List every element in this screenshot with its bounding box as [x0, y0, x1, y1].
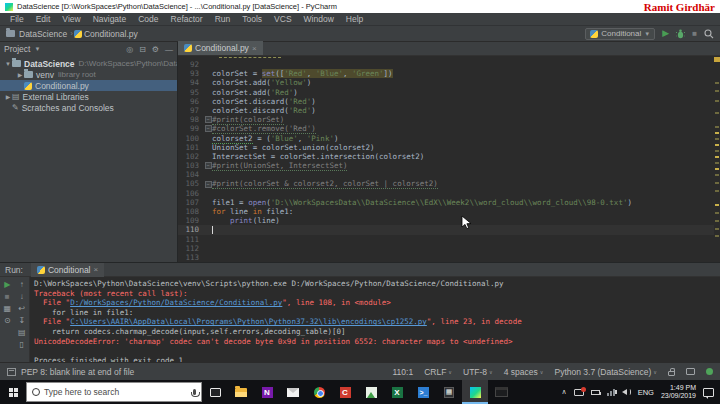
chrome-taskbar-icon[interactable]: [306, 380, 332, 404]
taskbar-search-input[interactable]: Type here to search: [26, 382, 202, 402]
status-crlf[interactable]: CRLF∨: [424, 367, 452, 377]
line-number[interactable]: 111: [178, 235, 204, 244]
collapse-all-icon[interactable]: ⊟: [139, 45, 146, 54]
editor-tab-conditional[interactable]: Conditional.py ×: [178, 41, 263, 55]
status-python-3-7-datascience[interactable]: Python 3.7 (DataScience)∨: [554, 367, 657, 377]
run-console[interactable]: D:\WorkSpaces\Python\DataScience\venv\Sc…: [30, 277, 720, 362]
fold-marker[interactable]: [204, 125, 212, 132]
menu-window[interactable]: Window: [298, 14, 340, 24]
status-4-spaces[interactable]: 4 spaces∨: [504, 367, 544, 377]
mail-taskbar-icon[interactable]: [280, 380, 306, 404]
action-center-icon[interactable]: [703, 388, 714, 397]
menu-code[interactable]: Code: [132, 14, 164, 24]
run-button[interactable]: ▶: [662, 29, 669, 38]
down-stack-trace-icon[interactable]: ↓: [20, 292, 24, 301]
menu-file[interactable]: File: [4, 14, 30, 24]
microphone-icon[interactable]: [193, 389, 196, 395]
excel-taskbar-icon[interactable]: X: [384, 380, 410, 404]
error-stripe[interactable]: [714, 56, 720, 262]
line-number[interactable]: 103: [178, 161, 204, 170]
scroll-to-end-icon[interactable]: ↧: [18, 316, 25, 325]
menu-edit[interactable]: Edit: [30, 14, 57, 24]
line-number[interactable]: 94: [178, 78, 204, 87]
settings-gear-icon[interactable]: ⚙: [152, 45, 159, 54]
search-everywhere-icon[interactable]: [704, 29, 714, 39]
menu-navigate[interactable]: Navigate: [87, 14, 133, 24]
powershell-taskbar-icon[interactable]: >_: [410, 380, 436, 404]
volume-icon[interactable]: [622, 389, 631, 395]
chevron-icon[interactable]: ▼: [4, 61, 12, 67]
line-number[interactable]: 102: [178, 152, 204, 161]
line-number[interactable]: 104: [178, 170, 204, 179]
rerun-icon[interactable]: ▶: [4, 280, 10, 289]
up-stack-trace-icon[interactable]: ↑: [20, 280, 24, 289]
start-button[interactable]: [0, 380, 26, 404]
stop-button[interactable]: ■: [692, 30, 697, 38]
chevron-icon[interactable]: ▶: [4, 93, 12, 100]
line-number[interactable]: 109: [178, 216, 204, 225]
menu-tools[interactable]: Tools: [236, 14, 268, 24]
event-log-indicator[interactable]: [706, 368, 713, 375]
line-number[interactable]: 110: [178, 225, 204, 234]
fold-marker[interactable]: [204, 181, 212, 188]
line-number[interactable]: 108: [178, 207, 204, 216]
tree-item-conditional-py[interactable]: Conditional.py: [0, 80, 177, 91]
pin-tab-icon[interactable]: ⊙: [4, 316, 11, 325]
stack-trace-link[interactable]: C:\Users\AAIR\AppData\Local\Programs\Pyt…: [70, 317, 427, 326]
toolwindow-toggle-icon[interactable]: [7, 368, 16, 376]
explorer-taskbar-icon[interactable]: [228, 380, 254, 404]
line-number[interactable]: 93: [178, 69, 204, 78]
fold-marker[interactable]: [204, 116, 212, 123]
battery-icon[interactable]: [591, 390, 600, 395]
project-panel-header[interactable]: Project ▼ ◎⊟⚙—: [0, 42, 177, 56]
menu-view[interactable]: View: [56, 14, 86, 24]
code-editor[interactable]: 9293colorSet = set(['Red', 'Blue', 'Gree…: [178, 56, 720, 262]
line-number[interactable]: 105: [178, 179, 204, 188]
language-indicator[interactable]: ENG: [638, 388, 654, 397]
stack-trace-link[interactable]: D:/WorkSpaces/Python/DataScience/Conditi…: [70, 298, 282, 307]
screen-reader-icon[interactable]: [686, 368, 695, 375]
debug-button[interactable]: [676, 29, 685, 39]
line-number[interactable]: 97: [178, 106, 204, 115]
hidden-icons-chevron[interactable]: ∧: [562, 388, 567, 396]
print-icon[interactable]: ▤: [18, 328, 26, 337]
tree-item-external-libraries[interactable]: ▶▤External Libraries: [0, 91, 177, 102]
fold-marker[interactable]: [204, 162, 212, 169]
image-app-taskbar-icon[interactable]: [358, 380, 384, 404]
menu-refactor[interactable]: Refactor: [165, 14, 209, 24]
status-utf-8[interactable]: UTF-8∨: [463, 367, 493, 377]
line-number[interactable]: 98: [178, 115, 204, 124]
run-tab-conditional[interactable]: Conditional ×: [31, 263, 104, 277]
camtasia-taskbar-icon[interactable]: C: [332, 380, 358, 404]
line-number[interactable]: 95: [178, 88, 204, 97]
breadcrumb-file[interactable]: Conditional.py: [84, 29, 138, 39]
soft-wrap-icon[interactable]: ↩: [18, 304, 25, 313]
close-tab-icon[interactable]: ×: [252, 44, 257, 53]
status-110-1[interactable]: 110:1: [392, 367, 413, 377]
taskview-taskbar-icon[interactable]: [202, 380, 228, 404]
restore-layout-icon[interactable]: ▦: [3, 304, 11, 313]
calculator-taskbar-icon[interactable]: ▦: [436, 380, 462, 404]
chevron-icon[interactable]: ▶: [16, 71, 24, 78]
line-number[interactable]: 112: [178, 244, 204, 253]
line-number[interactable]: 101: [178, 143, 204, 152]
clock[interactable]: 1:49 PM 23/09/2019: [661, 384, 696, 400]
hide-panel-icon[interactable]: —: [165, 45, 173, 54]
line-number[interactable]: 106: [178, 189, 204, 198]
close-tab-icon[interactable]: ×: [94, 265, 99, 274]
line-number[interactable]: 96: [178, 97, 204, 106]
window-taskbar-icon[interactable]: [488, 380, 514, 404]
line-number[interactable]: 92: [178, 60, 204, 69]
line-number[interactable]: 107: [178, 198, 204, 207]
line-number[interactable]: 113: [178, 253, 204, 262]
run-configuration-select[interactable]: Conditional ▼: [585, 28, 655, 40]
pycharm-taskbar-icon[interactable]: [462, 380, 488, 404]
breadcrumb-project[interactable]: DataScience: [19, 29, 67, 39]
display-notification-icon[interactable]: [574, 389, 584, 396]
chevron-down-icon[interactable]: ▼: [34, 46, 40, 52]
unlock-icon[interactable]: [668, 371, 675, 376]
tree-item-venv[interactable]: ▶venvlibrary root: [0, 69, 177, 80]
tree-item-scratches-and-consoles[interactable]: ✎Scratches and Consoles: [0, 102, 177, 113]
line-number[interactable]: 100: [178, 134, 204, 143]
line-number[interactable]: 99: [178, 124, 204, 133]
